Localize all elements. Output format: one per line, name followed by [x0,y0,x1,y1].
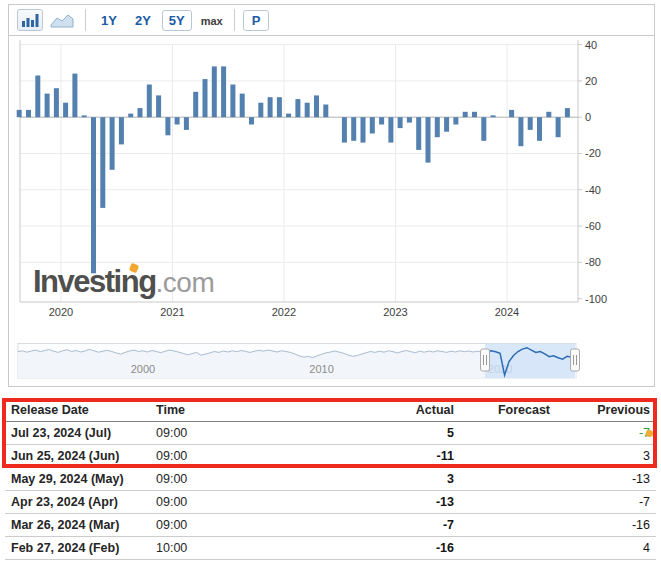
previous-cell: -7 [556,491,656,514]
actual-cell: -13 [278,491,460,514]
table-row: Apr 23, 2024 (Apr)09:00-13-7 [5,491,656,514]
chart-bar [147,85,152,118]
y-axis-label: 20 [585,75,597,87]
header-time: Time [150,399,278,422]
chart-bar [416,117,421,150]
chart-bar [546,112,551,117]
chart-bar [491,115,496,117]
chart-bar [119,117,124,144]
chart-bar [175,117,180,124]
forecast-cell [460,445,556,468]
y-axis-label: -60 [585,220,601,232]
previous-cell: 3 [556,445,656,468]
x-axis-label: 2021 [160,306,184,318]
chart-bar [268,97,273,117]
chart-bar [286,114,291,118]
p-button[interactable]: P [243,10,270,31]
previous-cell: -13 [556,468,656,491]
chart-bar [528,117,533,130]
previous-cell: 4 [556,537,656,560]
chart-widget: 2020202120222023202440200-20-40-60-80-10… [8,4,655,387]
range-button-5y[interactable]: 5Y [162,10,192,31]
header-actual: Actual [278,399,460,422]
chart-bar [481,117,486,141]
chart-bar [165,117,170,135]
chart-bar [230,85,235,118]
navigator-left-handle[interactable] [481,349,490,371]
chart-bar [472,112,477,117]
toolbar-divider [85,9,86,31]
forecast-cell [460,537,556,560]
chart-bar [361,117,366,142]
actual-cell: -11 [278,445,460,468]
time-cell: 09:00 [150,491,278,514]
page: 2020202120222023202440200-20-40-60-80-10… [0,0,661,563]
chart-bar [26,110,31,117]
table-row: Jun 25, 2024 (Jun)09:00-113 [5,445,656,468]
chart-bar [203,79,208,117]
line-chart-type-button[interactable] [49,9,75,31]
bar-chart-icon [21,12,39,28]
forecast-cell [460,422,556,445]
chart-bar [45,94,50,118]
release-date-cell: Jun 25, 2024 (Jun) [5,445,150,468]
navigator-right-handle[interactable] [571,349,580,371]
y-axis-label: -20 [585,147,601,159]
forecast-cell [460,491,556,514]
time-cell: 09:00 [150,422,278,445]
release-date-cell: Feb 27, 2024 (Feb) [5,537,150,560]
y-axis-label: 0 [585,111,591,123]
chart-bar [314,95,319,117]
chart-bar [453,117,458,124]
chart-bar [407,117,412,122]
table-row: Feb 27, 2024 (Feb)10:00-164 [5,537,656,560]
time-cell: 09:00 [150,468,278,491]
x-axis-label: 2020 [49,306,73,318]
time-cell: 09:00 [150,445,278,468]
chart-bar [426,117,431,162]
release-date-cell: Jul 23, 2024 (Jul) [5,422,150,445]
forecast-cell [460,468,556,491]
actual-cell: 3 [278,468,460,491]
toolbar-divider [234,9,235,31]
chart-bar [351,117,356,141]
chart-bar [63,103,68,118]
chart-bar [305,103,310,118]
chart-bar [435,117,440,137]
chart-toolbar: 1Y2Y5Ymax P [9,5,654,36]
range-button-1y[interactable]: 1Y [94,10,124,31]
chart-bar [537,117,542,141]
line-chart-icon [50,12,74,28]
chart-bar [249,117,254,124]
actual-cell: 5 [278,422,460,445]
header-forecast: Forecast [460,399,556,422]
chart-bar [82,115,87,117]
x-axis-label: 2024 [495,306,519,318]
chart-bar [128,114,133,118]
chart-bar [110,117,115,170]
chart-bar [212,66,217,117]
chart-bar [138,108,143,117]
release-table-header: Release Date Time Actual Forecast Previo… [5,399,656,422]
chart-bar [463,112,468,117]
forecast-cell [460,514,556,537]
range-button-2y[interactable]: 2Y [128,10,158,31]
chart-plot: 2020202120222023202440200-20-40-60-80-10… [9,5,654,386]
chart-bar [323,105,328,118]
range-button-group: 1Y2Y5Ymax [94,11,230,29]
chart-bar [240,94,245,118]
chart-bar [91,117,96,273]
y-axis-label: -100 [585,293,607,305]
previous-cell: -7 [556,422,656,445]
chart-bar [221,66,226,117]
table-row: May 29, 2024 (May)09:003-13 [5,468,656,491]
bar-chart-type-button[interactable] [17,9,43,31]
range-button-max[interactable]: max [196,13,228,29]
chart-bar [54,88,59,117]
chart-bar [379,117,384,124]
chart-bar [100,117,105,208]
x-axis-label: 2022 [272,306,296,318]
chart-bar [72,74,77,118]
chart-bar [398,117,403,128]
navigator-year-label: 2010 [309,363,333,375]
